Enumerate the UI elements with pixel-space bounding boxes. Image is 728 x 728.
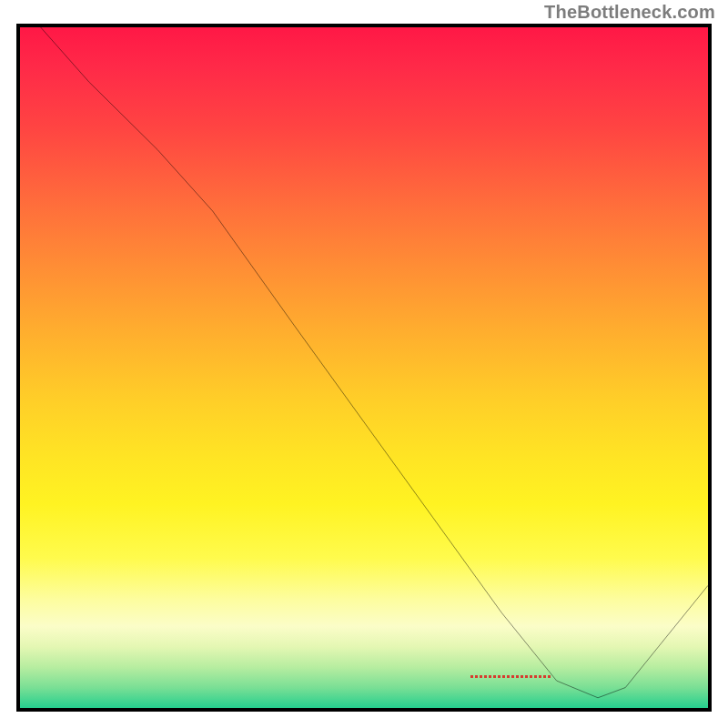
bottleneck-curve-line xyxy=(41,27,708,698)
annotation-red-dotted-label xyxy=(470,668,571,675)
chart-plot-area xyxy=(16,24,712,712)
watermark-text: TheBottleneck.com xyxy=(544,2,715,23)
chart-line-layer xyxy=(20,27,708,708)
